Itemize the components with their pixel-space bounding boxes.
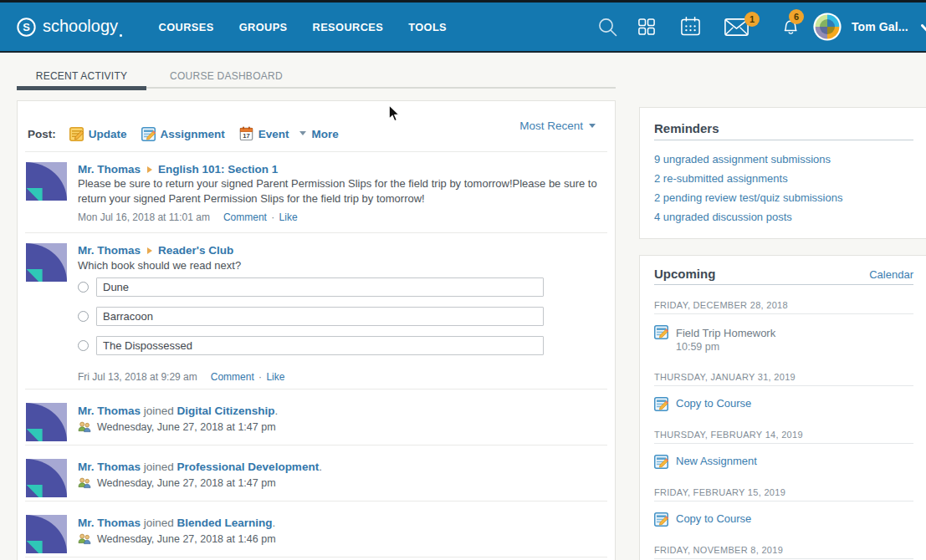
divider xyxy=(654,140,913,140)
upcoming-date: FRIDAY, FEBRUARY 15, 2019 xyxy=(654,487,913,501)
post-update-button[interactable]: Update xyxy=(69,126,127,140)
calendar-button[interactable] xyxy=(680,17,701,37)
nav-courses[interactable]: COURSES xyxy=(159,21,214,33)
poll-option-row xyxy=(78,336,601,355)
upcoming-date: FRIDAY, DECEMBER 28, 2018 xyxy=(654,300,913,314)
joined-verb: joined xyxy=(141,405,177,417)
comment-link[interactable]: Comment xyxy=(211,371,254,383)
course-link[interactable]: Professional Development xyxy=(177,461,320,473)
feed-item-joined: Mr. Thomas joined Digital Citizenship. W… xyxy=(18,389,615,445)
reminder-link[interactable]: 2 pending review test/quiz submissions xyxy=(654,191,913,204)
poll-radio[interactable] xyxy=(78,340,89,351)
breadcrumb-arrow-icon xyxy=(147,247,152,254)
joined-header: Mr. Thomas joined Blended Learning. xyxy=(78,516,601,530)
author-avatar[interactable] xyxy=(26,515,67,553)
divider xyxy=(654,284,913,285)
reminder-link[interactable]: 4 ungraded discussion posts xyxy=(654,211,913,223)
app-grid-button[interactable] xyxy=(638,18,655,35)
schoology-logo[interactable]: S schoology xyxy=(17,17,122,37)
nav-tools[interactable]: TOOLS xyxy=(408,21,447,33)
dot-separator: · xyxy=(269,211,278,223)
group-link[interactable]: Reader's Club xyxy=(158,244,233,257)
feed-item-joined: Mr. Thomas joined Blended Learning. Wedn… xyxy=(18,501,615,557)
tab-bar: RECENT ACTIVITY COURSE DASHBOARD xyxy=(17,66,616,89)
schoology-dashboard: S schoology COURSES GROUPS RESOURCES TOO… xyxy=(0,0,926,560)
sort-dropdown[interactable]: Most Recent xyxy=(519,120,596,132)
sort-label: Most Recent xyxy=(519,120,583,132)
breadcrumb-arrow-icon xyxy=(147,166,152,173)
nav-groups[interactable]: GROUPS xyxy=(239,21,288,33)
poll-radio[interactable] xyxy=(78,311,89,322)
author-avatar[interactable] xyxy=(26,162,67,201)
footer-links: Comment · Like xyxy=(223,211,298,223)
update-icon xyxy=(69,127,84,141)
feed-item-header: Mr. ThomasEnglish 101: Section 1 xyxy=(78,163,601,176)
poll-option-input[interactable] xyxy=(96,336,544,355)
like-link[interactable]: Like xyxy=(266,371,284,383)
author-link[interactable]: Mr. Thomas xyxy=(78,244,141,257)
poll-options xyxy=(78,277,601,355)
group-members-icon xyxy=(78,477,91,489)
event-icon: 17 xyxy=(239,126,253,141)
feed-item-content: Mr. Thomas joined Professional Developme… xyxy=(78,458,601,501)
joined-verb-text: joined xyxy=(144,517,174,529)
joined-header: Mr. Thomas joined Professional Developme… xyxy=(78,460,601,474)
author-link[interactable]: Mr. Thomas xyxy=(78,405,141,417)
tab-course-dashboard[interactable]: COURSE DASHBOARD xyxy=(150,66,302,82)
search-button[interactable] xyxy=(597,17,618,38)
author-link[interactable]: Mr. Thomas xyxy=(78,163,141,176)
calendar-link[interactable]: Calendar xyxy=(869,268,913,281)
author-avatar[interactable] xyxy=(26,459,67,497)
upcoming-item: New Assignment xyxy=(654,455,913,469)
poll-radio[interactable] xyxy=(78,282,89,293)
app-grid-icon xyxy=(638,18,655,35)
post-more-button[interactable]: More xyxy=(299,128,339,140)
author-avatar[interactable] xyxy=(26,243,67,282)
feed-item-content: Mr. Thomas joined Blended Learning. Wedn… xyxy=(78,514,601,557)
upcoming-item-text: Field Trip Homework 10:59 pm xyxy=(676,325,775,354)
feed-item-content: Mr. ThomasEnglish 101: Section 1 Please … xyxy=(78,161,601,232)
assignment-icon xyxy=(654,512,668,527)
joined-timestamp: Wednesday, June 27, 2018 at 1:47 pm xyxy=(97,477,276,489)
reminders-title: Reminders xyxy=(654,122,913,135)
comment-link[interactable]: Comment xyxy=(223,211,267,223)
notifications-button[interactable]: 6 xyxy=(781,17,801,37)
like-link[interactable]: Like xyxy=(279,211,298,223)
user-menu-chevron-icon xyxy=(921,24,926,33)
assignment-icon xyxy=(654,455,668,469)
upcoming-item-link[interactable]: Copy to Course xyxy=(676,397,751,411)
upcoming-item-label[interactable]: Field Trip Homework xyxy=(676,327,775,339)
upcoming-item-link[interactable]: Copy to Course xyxy=(676,512,751,527)
joined-verb: joined xyxy=(141,517,177,529)
joined-verb: joined xyxy=(141,461,177,473)
reminder-link[interactable]: 9 ungraded assignment submissions xyxy=(654,153,913,165)
reminders-card: Reminders 9 ungraded assignment submissi… xyxy=(639,107,926,239)
course-link[interactable]: Digital Citizenship xyxy=(177,405,275,417)
post-timestamp: Fri Jul 13, 2018 at 9:29 am xyxy=(78,371,197,383)
poll-option-input[interactable] xyxy=(96,307,544,326)
joined-timestamp: Wednesday, June 27, 2018 at 1:46 pm xyxy=(97,533,276,545)
activity-feed-card: Post: Update Assignment xyxy=(17,100,616,560)
feed-item-footer: Mon Jul 16, 2018 at 11:01 amComment · Li… xyxy=(78,211,601,232)
feed-item-update: Mr. ThomasEnglish 101: Section 1 Please … xyxy=(18,152,615,232)
post-event-button[interactable]: 17 Event xyxy=(239,125,289,140)
post-assignment-button[interactable]: Assignment xyxy=(141,126,225,140)
author-avatar[interactable] xyxy=(26,403,67,441)
joined-subline: Wednesday, June 27, 2018 at 1:47 pm xyxy=(78,477,601,501)
upcoming-title: Upcoming xyxy=(654,267,715,280)
post-composer-bar: Post: Update Assignment xyxy=(18,101,615,151)
svg-text:S: S xyxy=(23,20,30,33)
user-menu[interactable]: Tom Gal... xyxy=(813,13,926,41)
tab-recent-activity[interactable]: RECENT ACTIVITY xyxy=(17,66,146,82)
course-link[interactable]: Blended Learning xyxy=(177,517,273,529)
upcoming-item-link[interactable]: New Assignment xyxy=(676,455,757,469)
divider xyxy=(25,557,607,557)
upcoming-item: Copy to Course xyxy=(654,397,913,411)
poll-option-input[interactable] xyxy=(96,277,544,297)
messages-button[interactable]: 1 xyxy=(724,18,749,36)
course-link[interactable]: English 101: Section 1 xyxy=(158,163,278,176)
reminder-link[interactable]: 2 re-submitted assignments xyxy=(654,172,913,185)
nav-resources[interactable]: RESOURCES xyxy=(313,21,384,33)
author-link[interactable]: Mr. Thomas xyxy=(78,461,141,473)
author-link[interactable]: Mr. Thomas xyxy=(78,517,141,529)
